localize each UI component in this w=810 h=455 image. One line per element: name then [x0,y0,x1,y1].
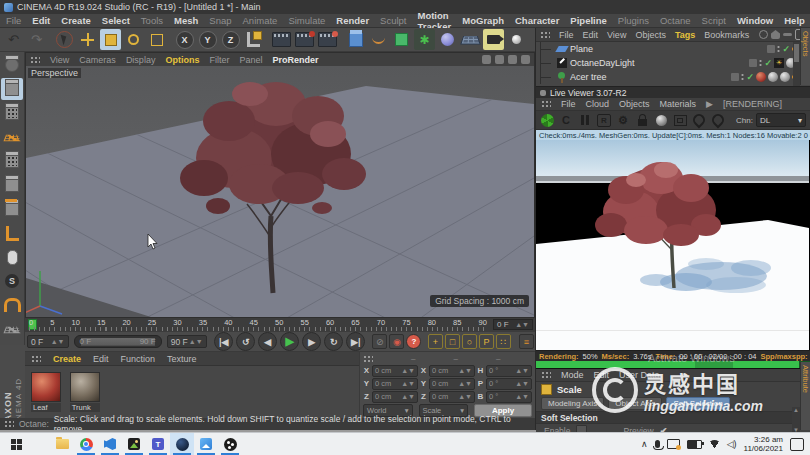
menu-select[interactable]: Select [102,15,130,26]
search-icon[interactable] [759,30,768,39]
model-mode-icon[interactable] [1,78,23,100]
x-axis-lock-button[interactable]: X [174,29,195,50]
spline-pen-icon[interactable] [368,29,389,50]
z-axis-lock-button[interactable]: Z [220,29,241,50]
om-menu-view[interactable]: View [607,30,626,40]
at-menu-userdata[interactable]: User Data [619,370,660,380]
om-scrollbar[interactable] [793,42,800,86]
menu-sculpt[interactable]: Sculpt [380,15,406,26]
object-row-plane[interactable]: Plane ✓ [536,42,810,56]
material-tag-icon[interactable] [768,72,778,82]
lv-menu-materials[interactable]: Materials [660,99,697,109]
material-leaf-preview[interactable] [31,372,61,402]
lv-menu-file[interactable]: File [561,99,576,109]
mat-menu-texture[interactable]: Texture [167,354,197,364]
soft-selection-button[interactable]: Soft Selection [666,397,729,410]
menu-help[interactable]: Help [784,15,805,26]
play-button[interactable]: ▶ [280,332,299,351]
material-trunk-preview[interactable] [70,372,100,402]
tray-mic-icon[interactable] [655,440,660,448]
snap-icon[interactable]: S [1,270,23,292]
visibility-dots-icon[interactable] [741,73,744,81]
mat-menu-function[interactable]: Function [121,354,156,364]
menu-script[interactable]: Script [702,15,726,26]
taskbar-start-button[interactable] [4,433,28,455]
tray-display-icon[interactable] [667,439,680,449]
size-x-field[interactable]: 0 cm▲▼ [429,365,475,377]
settings-gear-icon[interactable]: ⚙ [616,113,630,127]
view-rotate-icon[interactable] [508,55,517,64]
om-menu-file[interactable]: File [559,30,574,40]
om-menu-tags[interactable]: Tags [675,30,695,40]
current-frame-field[interactable]: 0 F▲▼ [27,335,69,348]
object-name[interactable]: Acer tree [570,72,607,82]
taskbar-active-app-icon[interactable] [170,433,194,455]
vp-menu-panel[interactable]: Panel [239,55,262,65]
sun-tag-icon[interactable]: ☀ [774,58,784,68]
rot-b-field[interactable]: 0 °▲▼ [486,391,532,403]
region-render-icon[interactable]: R [597,113,611,127]
next-frame-button[interactable]: ▶ [302,332,321,351]
menu-mesh[interactable]: Mesh [174,15,198,26]
end-frame-field[interactable]: 90 F▲▼ [167,335,207,348]
taskbar-obs-icon[interactable] [218,433,242,455]
move-tool-icon[interactable] [77,29,98,50]
keyframe-selection-icon[interactable]: ⊘ [372,334,387,349]
last-tool-icon[interactable] [146,29,167,50]
menu-octane[interactable]: Octane [660,15,691,26]
size-y-field[interactable]: 0 cm▲▼ [429,378,475,390]
live-viewer-titlebar[interactable]: Live Viewer 3.07-R2 [536,86,810,98]
undo-icon[interactable]: ↶ [3,29,24,50]
tray-battery-icon[interactable] [687,440,702,449]
polygons-mode-icon[interactable] [1,198,23,220]
material-trunk[interactable]: Trunk [70,372,100,412]
enabled-check-icon[interactable]: ✓ [782,44,790,54]
taskbar-clock[interactable]: 3:26 am 11/06/2021 [744,435,783,453]
restart-render-icon[interactable]: C [559,113,573,127]
menu-character[interactable]: Character [515,15,559,26]
tray-chevron-icon[interactable]: ∧ [641,439,648,449]
at-menu-edit[interactable]: Edit [594,370,610,380]
menu-file[interactable]: File [6,15,21,26]
menu-mograph[interactable]: MoGraph [462,15,504,26]
live-selection-icon[interactable] [54,29,75,50]
record-rotation-toggle[interactable]: ○ [462,334,477,349]
panel-menu-icon[interactable] [540,31,550,39]
record-scale-toggle[interactable]: □ [445,334,460,349]
autokey-button[interactable]: ? [406,334,421,349]
visibility-dots-icon[interactable] [759,59,762,67]
perspective-viewport[interactable]: View Cameras Display Options Filter Pane… [25,52,535,318]
octane-render-view[interactable] [536,140,810,350]
menu-tools[interactable]: Tools [141,15,163,26]
menu-edit[interactable]: Edit [32,15,50,26]
size-z-field[interactable]: 0 cm▲▼ [429,391,475,403]
material-tag-icon[interactable] [780,72,790,82]
view-pan-icon[interactable] [482,55,491,64]
tray-volume-icon[interactable]: ◁) [727,439,737,449]
rot-p-field[interactable]: 0 °▲▼ [486,378,532,390]
rotate-tool-icon[interactable] [123,29,144,50]
om-menu-edit[interactable]: Edit [583,30,599,40]
loop-button[interactable]: ↻ [324,332,343,351]
menu-animate[interactable]: Animate [243,15,278,26]
attribute-tab[interactable]: Attribute [801,365,810,393]
edit-toggle-icon[interactable] [749,59,757,67]
deformers-icon[interactable] [437,29,458,50]
render-settings-icon[interactable] [317,29,338,50]
render-view-icon[interactable] [271,29,292,50]
attribute-scrollbar[interactable]: ▲▼ [792,407,800,433]
taskbar-file-explorer-icon[interactable] [50,433,74,455]
action-center-button[interactable] [790,438,804,451]
floor-environment-icon[interactable] [460,29,481,50]
pos-z-field[interactable]: 0 cm▲▼ [372,391,418,403]
panel-menu-icon[interactable] [541,371,551,379]
menu-pipeline[interactable]: Pipeline [570,15,606,26]
taskbar-vscode-icon[interactable] [98,433,122,455]
edit-toggle-icon[interactable] [767,45,775,53]
mat-menu-create[interactable]: Create [53,354,81,364]
axis-mode-icon[interactable] [1,222,23,244]
lv-menu-objects[interactable]: Objects [619,99,650,109]
modeling-axis-button[interactable]: Modeling Axis [541,397,604,410]
om-menu-objects[interactable]: Objects [635,30,666,40]
object-name[interactable]: Plane [570,44,593,54]
